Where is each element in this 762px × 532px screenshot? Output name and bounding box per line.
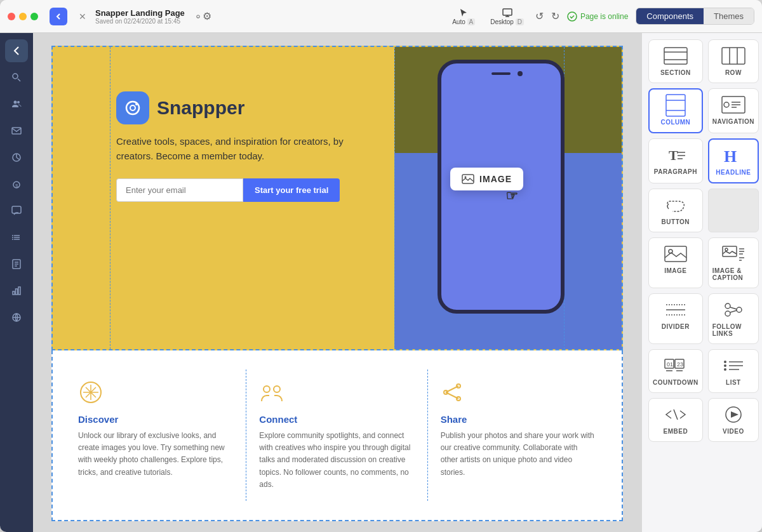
divider-icon bbox=[663, 300, 688, 319]
svg-line-72 bbox=[730, 307, 737, 309]
feature-connect-title: Connect bbox=[259, 414, 414, 425]
svg-point-7 bbox=[17, 101, 20, 103]
canvas-content: Snappper Creative tools, spaces, and ins… bbox=[51, 46, 623, 519]
svg-point-4 bbox=[13, 74, 18, 79]
feature-share-desc: Publish your photos and share your work … bbox=[441, 430, 596, 479]
sidebar-icon-audience[interactable] bbox=[5, 93, 28, 116]
close-button[interactable] bbox=[8, 13, 15, 20]
component-section[interactable]: SECTION bbox=[648, 39, 703, 83]
sidebar-icon-globe[interactable] bbox=[5, 306, 28, 329]
traffic-lights bbox=[8, 13, 38, 20]
component-blank bbox=[708, 189, 759, 232]
settings-gear-icon[interactable]: ⚙ bbox=[194, 8, 211, 25]
undo-button[interactable]: ↺ bbox=[535, 10, 544, 22]
svg-text:H: H bbox=[724, 147, 737, 164]
close-page-button[interactable]: ✕ bbox=[76, 10, 89, 23]
svg-point-6 bbox=[14, 101, 17, 104]
sidebar-icon-list[interactable] bbox=[5, 226, 28, 249]
sidebar-icon-analytics[interactable] bbox=[5, 146, 28, 169]
svg-point-34 bbox=[274, 386, 280, 392]
fullscreen-button[interactable] bbox=[30, 13, 38, 20]
svg-text:$: $ bbox=[15, 183, 18, 189]
component-headline[interactable]: H HEADLINE bbox=[708, 138, 759, 183]
cursor-mode-button[interactable]: Auto A bbox=[447, 5, 480, 28]
cta-button[interactable]: Start your free trial bbox=[243, 178, 340, 202]
svg-point-16 bbox=[12, 235, 13, 236]
feature-discover-desc: Unlock our library of exclusive looks, a… bbox=[78, 430, 233, 479]
svg-point-3 bbox=[568, 12, 577, 21]
hero-section[interactable]: Snappper Creative tools, spaces, and ins… bbox=[51, 46, 623, 350]
svg-marker-88 bbox=[731, 411, 739, 418]
component-column-label: COLUMN bbox=[660, 119, 690, 126]
logo-icon bbox=[116, 91, 149, 124]
hero-logo: Snappper bbox=[116, 91, 358, 124]
back-arrow-button[interactable] bbox=[50, 8, 67, 25]
svg-point-81 bbox=[724, 364, 726, 367]
row-icon bbox=[721, 46, 746, 65]
svg-point-31 bbox=[465, 176, 467, 178]
hero-content: Snappper Creative tools, spaces, and ins… bbox=[116, 91, 358, 202]
svg-line-86 bbox=[674, 409, 678, 420]
panel-tabs: Components Themes bbox=[636, 8, 754, 25]
svg-text:23: 23 bbox=[677, 361, 683, 368]
svg-line-73 bbox=[730, 310, 737, 312]
svg-point-70 bbox=[725, 311, 730, 316]
feature-discover: Discover Unlock our library of exclusive… bbox=[65, 369, 246, 501]
component-follow-links-label: FOLLOW LINKS bbox=[712, 323, 754, 337]
sidebar-icon-search[interactable] bbox=[5, 66, 28, 89]
component-countdown[interactable]: 0123 COUNTDOWN bbox=[648, 349, 703, 393]
components-tab[interactable]: Components bbox=[636, 8, 704, 24]
component-embed[interactable]: EMBED bbox=[648, 398, 703, 442]
image-tooltip: IMAGE ☞ bbox=[450, 168, 523, 190]
themes-tab[interactable]: Themes bbox=[704, 8, 754, 24]
component-divider[interactable]: DIVIDER bbox=[648, 293, 703, 344]
svg-point-60 bbox=[725, 248, 728, 251]
component-video[interactable]: VIDEO bbox=[708, 398, 759, 442]
desktop-mode-button[interactable]: Desktop D bbox=[485, 5, 529, 28]
phone-mockup bbox=[431, 60, 571, 326]
component-countdown-label: COUNTDOWN bbox=[653, 379, 698, 386]
svg-point-69 bbox=[725, 303, 730, 309]
follow-links-icon bbox=[721, 300, 746, 319]
svg-line-5 bbox=[18, 79, 20, 81]
component-headline-label: HEADLINE bbox=[716, 169, 751, 176]
canvas-area[interactable]: Snappper Creative tools, spaces, and ins… bbox=[33, 33, 641, 532]
svg-point-80 bbox=[724, 361, 726, 363]
app-window: ✕ Snapper Landing Page Saved on 02/24/20… bbox=[0, 0, 762, 532]
sidebar-icon-mail[interactable] bbox=[5, 119, 28, 142]
svg-rect-44 bbox=[666, 95, 685, 116]
image-icon bbox=[663, 244, 688, 263]
hero-tagline: Creative tools, spaces, and inspiration … bbox=[116, 135, 358, 163]
sidebar-icon-pages[interactable] bbox=[5, 253, 28, 276]
component-button[interactable]: BUTTON bbox=[648, 189, 703, 232]
component-paragraph[interactable]: T PARAGRAPH bbox=[648, 138, 703, 183]
component-image[interactable]: IMAGE bbox=[648, 237, 703, 288]
sidebar-icon-revenue[interactable]: $ bbox=[5, 173, 28, 196]
svg-point-48 bbox=[724, 102, 729, 107]
svg-rect-57 bbox=[665, 246, 686, 262]
navigation-icon bbox=[721, 95, 746, 114]
left-sidebar: $ bbox=[0, 33, 33, 532]
svg-text:T: T bbox=[669, 147, 678, 163]
sidebar-icon-collapse[interactable] bbox=[5, 39, 28, 62]
component-embed-label: EMBED bbox=[664, 428, 688, 435]
sidebar-icon-comments[interactable] bbox=[5, 199, 28, 222]
view-modes: Auto A Desktop D bbox=[447, 5, 529, 28]
component-image-caption[interactable]: IMAGE & CAPTION bbox=[708, 237, 759, 288]
minimize-button[interactable] bbox=[19, 13, 27, 20]
title-right: ↺ ↻ Page is online Components Themes bbox=[535, 8, 754, 25]
feature-connect: Connect Explore community spotlights, an… bbox=[246, 369, 427, 501]
sidebar-icon-stats[interactable] bbox=[5, 279, 28, 302]
page-title: Snapper Landing Page bbox=[95, 8, 185, 18]
component-navigation[interactable]: NAVIGATION bbox=[708, 88, 759, 133]
component-column[interactable]: COLUMN bbox=[648, 88, 703, 133]
feature-connect-desc: Explore community spotlights, and connec… bbox=[259, 430, 414, 491]
component-list[interactable]: LIST bbox=[708, 349, 759, 393]
redo-button[interactable]: ↻ bbox=[551, 10, 559, 22]
page-info: Snapper Landing Page Saved on 02/24/2020… bbox=[95, 8, 185, 25]
svg-rect-0 bbox=[503, 9, 512, 15]
email-input[interactable] bbox=[116, 178, 243, 202]
component-follow-links[interactable]: FOLLOW LINKS bbox=[708, 293, 759, 344]
svg-point-28 bbox=[130, 105, 135, 110]
component-row[interactable]: ROW bbox=[708, 39, 759, 83]
